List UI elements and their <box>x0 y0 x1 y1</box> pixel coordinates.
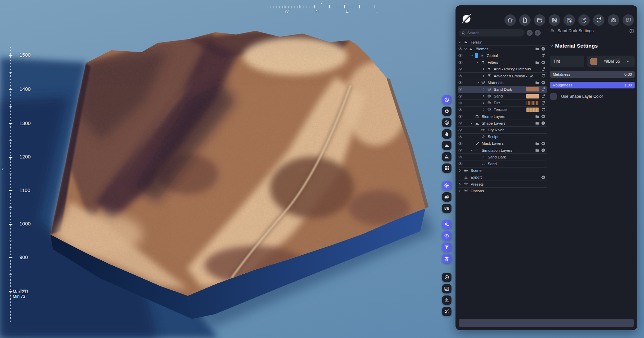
chevron-down-icon[interactable] <box>470 149 475 152</box>
chevron-down-icon[interactable] <box>470 122 475 125</box>
material-swatch[interactable] <box>526 94 539 98</box>
tree-row-dry-river[interactable]: Dry River <box>458 127 547 133</box>
eye-icon[interactable] <box>458 47 464 51</box>
add-icon[interactable] <box>541 148 545 152</box>
tree-row-terrace[interactable]: Terrace <box>458 107 547 113</box>
tree-row-filters[interactable]: Filters <box>458 59 547 66</box>
open-folder-button[interactable] <box>534 14 545 26</box>
tree-row-sim-sand[interactable]: Sand <box>458 160 547 167</box>
eye-icon[interactable] <box>458 74 464 78</box>
tree-row-simulation-layers[interactable]: Simulation Layers <box>458 147 547 154</box>
cloud-weather-icon[interactable] <box>442 192 451 202</box>
folder-icon[interactable] <box>535 114 539 119</box>
eye-icon[interactable] <box>458 128 464 132</box>
record-icon[interactable] <box>442 273 451 282</box>
tree-row-sim-sand-dark[interactable]: Sand Dark <box>458 154 547 160</box>
add-icon[interactable] <box>541 175 545 180</box>
water-drop-icon[interactable] <box>442 129 451 139</box>
add-icon[interactable] <box>541 47 545 51</box>
tree-row-sand-dark[interactable]: Sand Dark <box>458 86 547 93</box>
folder-icon[interactable] <box>535 121 539 125</box>
add-icon[interactable] <box>541 114 545 119</box>
left-panel-expand-chevron-icon[interactable]: › <box>2 165 4 171</box>
tree-row-arid-rocky-plateaus[interactable]: Arid - Rocky Plateaus <box>458 66 547 73</box>
tree-row-mask-layers[interactable]: Mask Layers <box>458 140 547 147</box>
grid-icon[interactable] <box>442 163 451 173</box>
tree-row-advanced-erosion[interactable]: Advanced Erosion - Se <box>458 73 547 79</box>
chevron-right-icon[interactable] <box>482 101 487 105</box>
eye-icon[interactable] <box>458 161 464 166</box>
chevron-right-icon[interactable] <box>482 74 487 78</box>
eye-icon[interactable] <box>458 108 464 112</box>
camera-snapshot-button[interactable] <box>608 14 619 26</box>
tree-row-dirt[interactable]: Dirt <box>458 100 547 107</box>
tint-color-picker[interactable]: #9B6F55 <box>587 56 635 67</box>
eye-icon[interactable] <box>458 80 464 85</box>
save-button[interactable] <box>549 14 560 26</box>
folder-icon[interactable] <box>535 80 539 85</box>
add-icon[interactable] <box>541 121 545 125</box>
refresh-icon[interactable] <box>541 108 545 112</box>
metalness-slider[interactable]: Metalness 0.00 <box>550 71 635 78</box>
globe-ring-icon[interactable] <box>442 118 451 127</box>
roughness-slider[interactable]: Roughness 1.00 <box>550 82 635 88</box>
refresh-icon[interactable] <box>541 94 545 98</box>
rocky-scene-icon[interactable] <box>442 152 451 161</box>
help-button[interactable] <box>623 14 634 26</box>
eye-icon[interactable] <box>458 87 464 91</box>
refresh-icon[interactable] <box>541 87 545 91</box>
tree-row-materials[interactable]: Materials <box>458 79 547 86</box>
eye-icon[interactable] <box>458 94 464 98</box>
tree-row-shape-layers[interactable]: Shape Layers <box>458 120 547 127</box>
eye-icon[interactable] <box>458 67 464 71</box>
collapse-all-button[interactable] <box>527 30 533 36</box>
tree-row-global[interactable]: Global <box>458 52 547 59</box>
tree-row-sand[interactable]: Sand <box>458 93 547 100</box>
globe-terrain-icon[interactable] <box>442 95 451 105</box>
eye-icon[interactable] <box>458 53 464 58</box>
eye-icon[interactable] <box>458 60 464 65</box>
tree-row-export[interactable]: Export <box>458 174 547 181</box>
eye-icon[interactable] <box>458 135 464 139</box>
add-icon[interactable] <box>541 80 545 85</box>
chevron-right-icon[interactable] <box>482 67 487 71</box>
chevron-right-icon[interactable] <box>458 189 464 193</box>
material-swatch[interactable] <box>526 87 539 91</box>
new-file-button[interactable] <box>519 14 531 26</box>
automation-gears-icon[interactable] <box>442 220 451 229</box>
folder-icon[interactable] <box>535 60 539 65</box>
chevron-down-icon[interactable] <box>464 47 469 51</box>
tree-row-sculpt[interactable]: Sculpt <box>458 134 547 140</box>
eye-icon[interactable] <box>458 114 464 119</box>
chevron-right-icon[interactable] <box>482 108 487 111</box>
add-layer-icon[interactable] <box>541 53 545 58</box>
chevron-right-icon[interactable] <box>482 94 487 98</box>
use-shape-layer-color-checkbox[interactable] <box>550 93 557 100</box>
compass-heading-strip[interactable]: ⌄ W N E S <box>264 1 381 15</box>
expand-all-button[interactable] <box>535 30 541 36</box>
folder-icon[interactable] <box>535 47 539 51</box>
sun-icon[interactable] <box>442 181 451 190</box>
tree-row-biomes[interactable]: Biomes <box>458 46 547 52</box>
refresh-icon[interactable] <box>541 67 545 71</box>
material-swatch[interactable] <box>526 101 539 105</box>
tree-row-scene[interactable]: Scene <box>458 167 547 174</box>
globe-filled-icon[interactable] <box>442 107 451 116</box>
chevron-down-icon[interactable] <box>476 61 481 64</box>
chevron-right-icon[interactable] <box>458 183 464 186</box>
rebuild-sync-button[interactable] <box>593 14 604 26</box>
tree-row-biome-layers[interactable]: Biome Layers <box>458 113 547 120</box>
visibility-eye-icon[interactable] <box>442 231 451 241</box>
stats-chart-icon[interactable] <box>442 307 451 316</box>
snapshot-image-icon[interactable] <box>442 284 451 293</box>
chevron-right-icon[interactable] <box>458 169 464 172</box>
eye-icon[interactable] <box>458 148 464 152</box>
tree-row-terrain[interactable]: Terrain <box>458 39 547 46</box>
home-button[interactable] <box>504 14 516 26</box>
layers-icon[interactable] <box>442 254 451 263</box>
chevron-down-icon[interactable] <box>458 41 464 44</box>
add-icon[interactable] <box>541 60 545 65</box>
search-input[interactable] <box>467 31 518 35</box>
chevron-down-icon[interactable] <box>476 81 481 84</box>
download-icon[interactable] <box>442 295 451 305</box>
